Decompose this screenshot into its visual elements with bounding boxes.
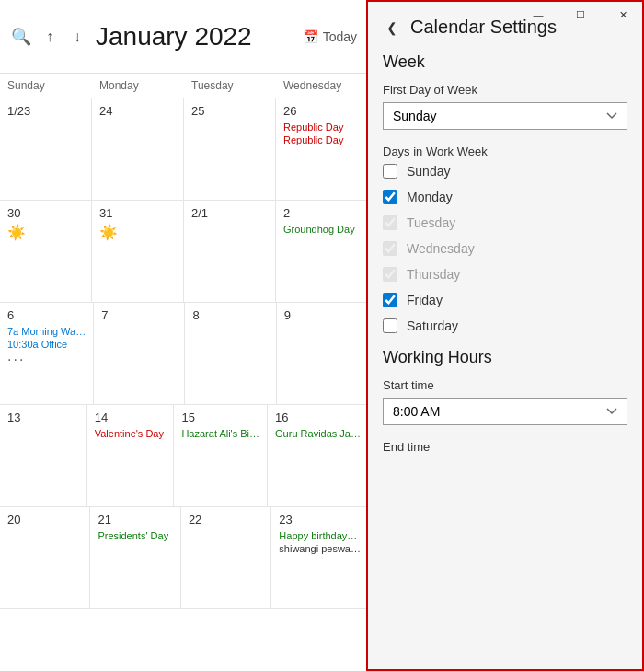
checkbox-tuesday[interactable] xyxy=(383,215,397,230)
working-hours-title: Working Hours xyxy=(383,348,627,367)
day-number: 2/1 xyxy=(191,206,268,220)
day-cell[interactable]: 24 xyxy=(92,98,184,200)
calendar-event[interactable]: Groundhog Day xyxy=(283,224,361,235)
header-sunday: Sunday xyxy=(0,74,92,98)
day-cell[interactable]: 6 7a Morning Wa… 10:30a Office ··· xyxy=(0,303,94,404)
checkbox-wednesday[interactable] xyxy=(383,241,397,256)
day-number: 23 xyxy=(279,513,361,526)
window-controls: — ☐ ✕ xyxy=(517,0,644,29)
day-cell[interactable]: 21 Presidents' Day xyxy=(90,507,180,608)
first-day-select[interactable]: Sunday Monday Saturday xyxy=(383,102,627,130)
day-cell[interactable]: 14 Valentine's Day xyxy=(87,405,175,506)
week-section-title: Week xyxy=(383,52,627,72)
day-cell[interactable]: 22 xyxy=(181,507,271,608)
day-cell[interactable]: 15 Hazarat Ali's Bi… xyxy=(174,405,268,506)
start-time-select[interactable]: 6:00 AM 7:00 AM 8:00 AM 9:00 AM xyxy=(383,398,627,425)
day-number: 6 xyxy=(7,308,86,322)
day-cell[interactable]: 23 Happy birthday… shiwangi peswa… xyxy=(271,507,368,608)
day-cell[interactable]: 2 Groundhog Day xyxy=(276,201,368,302)
day-cell[interactable]: 13 xyxy=(0,405,87,506)
maximize-button[interactable]: ☐ xyxy=(559,0,602,29)
checkbox-item-friday: Friday xyxy=(383,293,627,307)
checkbox-item-saturday: Saturday xyxy=(383,318,627,333)
calendar-header: Sunday Monday Tuesday Wednesday xyxy=(0,74,368,98)
checkbox-label-wednesday: Wednesday xyxy=(407,241,475,256)
calendar-area: 🔍 ↑ ↓ January 2022 📅 Today Sunday Monday… xyxy=(0,0,368,671)
day-cell[interactable]: 2/1 xyxy=(184,201,276,302)
checkbox-item-tuesday: Tuesday xyxy=(383,215,627,230)
checkbox-monday[interactable] xyxy=(383,190,397,204)
day-number: 22 xyxy=(189,513,263,526)
checkbox-sunday[interactable] xyxy=(383,164,397,179)
calendar-event[interactable]: Republic Day xyxy=(283,121,361,133)
day-cell[interactable]: 30 ☀️ xyxy=(0,201,92,302)
weather-icon: ☀️ xyxy=(7,225,26,240)
calendar-event[interactable]: Presidents' Day xyxy=(98,530,172,541)
checkbox-saturday[interactable] xyxy=(383,318,397,333)
calendar-event[interactable]: 7a Morning Wa… xyxy=(7,326,86,337)
day-cell[interactable]: 8 xyxy=(185,303,276,404)
day-cell[interactable]: 31 ☀️ xyxy=(92,201,184,302)
settings-panel: ❮ Calendar Settings Week First Day of We… xyxy=(366,0,644,671)
today-button[interactable]: 📅 Today xyxy=(303,29,357,44)
week-row: 20 21 Presidents' Day 22 23 Happy birthd… xyxy=(0,507,368,609)
today-label: Today xyxy=(323,29,357,44)
day-cell[interactable]: 7 xyxy=(94,303,185,404)
back-button[interactable]: ❮ xyxy=(383,18,401,37)
minimize-button[interactable]: — xyxy=(517,0,559,29)
day-cell[interactable]: 26 Republic Day Republic Day xyxy=(276,98,368,200)
day-number: 31 xyxy=(99,206,176,220)
day-cell[interactable]: 1/23 xyxy=(0,98,92,200)
calendar-toolbar: 🔍 ↑ ↓ January 2022 📅 Today xyxy=(0,0,368,74)
day-cell[interactable]: 9 xyxy=(277,303,368,404)
checkbox-label-tuesday: Tuesday xyxy=(407,215,455,230)
day-number: 7 xyxy=(101,308,177,322)
header-wednesday: Wednesday xyxy=(276,74,368,98)
checkbox-friday[interactable] xyxy=(383,293,397,307)
checkbox-item-monday: Monday xyxy=(383,190,627,204)
more-events[interactable]: ··· xyxy=(7,352,86,368)
calendar-event[interactable]: Hazarat Ali's Bi… xyxy=(181,428,259,439)
week-row: 1/23 24 25 26 Republic Day Republic Day xyxy=(0,98,368,201)
end-time-label: End time xyxy=(383,440,627,454)
day-cell[interactable]: 25 xyxy=(184,98,276,200)
week-row: 30 ☀️ 31 ☀️ 2/1 2 Groundhog Day xyxy=(0,201,368,303)
calendar-event[interactable]: 10:30a Office xyxy=(7,339,86,350)
month-title: January 2022 xyxy=(96,22,293,52)
today-icon: 📅 xyxy=(303,29,318,44)
first-day-label: First Day of Week xyxy=(383,83,627,97)
day-cell[interactable]: 20 xyxy=(0,507,90,608)
checkbox-item-wednesday: Wednesday xyxy=(383,241,627,256)
day-number: 15 xyxy=(181,411,259,424)
nav-up-button[interactable]: ↑ xyxy=(40,25,59,49)
calendar-event[interactable]: Guru Ravidas Ja… xyxy=(275,428,361,439)
calendar-event[interactable]: shiwangi peswa… xyxy=(279,543,361,554)
day-number: 8 xyxy=(192,308,268,322)
calendar-event[interactable]: Happy birthday… xyxy=(279,530,361,541)
day-number: 16 xyxy=(275,411,361,424)
calendar-event[interactable]: Republic Day xyxy=(283,134,361,145)
checkbox-label-monday: Monday xyxy=(407,190,453,204)
day-number: 21 xyxy=(98,513,172,526)
day-number: 30 xyxy=(7,206,84,220)
calendar-event[interactable]: Valentine's Day xyxy=(95,428,167,439)
day-number: 24 xyxy=(99,104,176,118)
week-row: 6 7a Morning Wa… 10:30a Office ··· 7 8 9 xyxy=(0,303,368,405)
nav-down-button[interactable]: ↓ xyxy=(68,25,86,49)
checkbox-item-thursday: Thursday xyxy=(383,267,627,282)
day-number: 2 xyxy=(283,206,361,220)
checkbox-thursday[interactable] xyxy=(383,267,397,282)
weather-icon: ☀️ xyxy=(99,225,118,240)
start-time-label: Start time xyxy=(383,378,627,392)
day-cell[interactable]: 16 Guru Ravidas Ja… xyxy=(268,405,368,506)
close-button[interactable]: ✕ xyxy=(602,0,644,29)
day-number: 14 xyxy=(95,411,167,424)
day-number: 13 xyxy=(7,411,79,424)
day-number: 1/23 xyxy=(7,104,84,118)
search-icon[interactable]: 🔍 xyxy=(11,27,31,47)
settings-body: Week First Day of Week Sunday Monday Sat… xyxy=(368,52,642,474)
day-number: 25 xyxy=(191,104,268,118)
days-checkbox-list: Sunday Monday Tuesday Wednesday Thursday xyxy=(383,164,627,333)
checkbox-label-friday: Friday xyxy=(407,293,443,307)
checkbox-item-sunday: Sunday xyxy=(383,164,627,179)
